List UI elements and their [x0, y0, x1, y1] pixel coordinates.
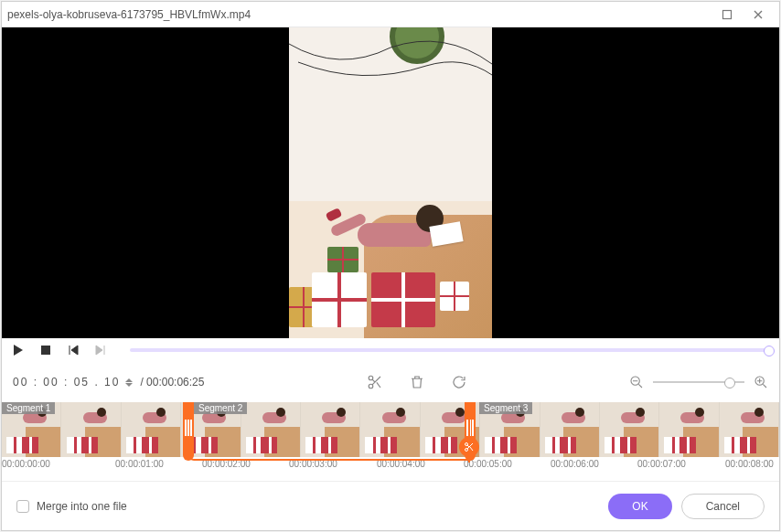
- thumbnail: [301, 402, 360, 457]
- ok-button[interactable]: OK: [608, 494, 671, 519]
- split-button[interactable]: [459, 437, 479, 457]
- edit-tools: [209, 374, 624, 390]
- tick-label: 00:00:06:00: [551, 459, 599, 469]
- checkbox-box: [16, 500, 29, 513]
- titlebar: pexels-olya-kobruseva-6173795_HBVLfmWx.m…: [2, 2, 779, 27]
- svg-rect-1: [41, 346, 50, 355]
- spin-down-icon[interactable]: [125, 383, 133, 387]
- progress-bar[interactable]: [130, 348, 770, 352]
- filmstrip: [2, 402, 779, 457]
- video-frame: [289, 27, 492, 338]
- thumbnail: [659, 402, 719, 457]
- tick-label: 00:00:02:00: [202, 459, 251, 469]
- close-button[interactable]: [743, 5, 774, 24]
- tick-label: 00:00:04:00: [377, 459, 425, 469]
- zoom-controls: [629, 375, 768, 389]
- duration-label: / 00:00:06:25: [140, 376, 204, 388]
- playback-controls: [2, 338, 779, 362]
- segment-label: Segment 3: [479, 402, 532, 414]
- thumbnail: [600, 402, 659, 457]
- string-lights: [289, 37, 492, 91]
- merge-checkbox[interactable]: Merge into one file: [16, 500, 127, 513]
- zoom-in-icon[interactable]: [754, 375, 768, 389]
- timeline[interactable]: Segment 1 Segment 2 Segment 3 00:00:00:0…: [2, 402, 779, 481]
- gift: [371, 272, 435, 327]
- timeline-ruler: 00:00:00:00 00:00:01:00 00:00:02:00 00:0…: [2, 459, 779, 479]
- thumbnail: [61, 402, 121, 457]
- tick-label: 00:00:07:00: [637, 459, 686, 469]
- svg-rect-0: [723, 10, 732, 18]
- zoom-slider[interactable]: [653, 381, 744, 383]
- zoom-out-icon[interactable]: [629, 375, 644, 389]
- scissors-icon[interactable]: [367, 374, 383, 390]
- merge-label: Merge into one file: [37, 500, 127, 513]
- thumbnail: [122, 402, 181, 457]
- time-spinner[interactable]: [125, 378, 133, 387]
- delete-icon[interactable]: [409, 374, 425, 390]
- gift: [312, 272, 367, 327]
- tick-label: 00:00:00:00: [2, 459, 50, 469]
- trim-window: pexels-olya-kobruseva-6173795_HBVLfmWx.m…: [1, 1, 780, 531]
- spin-up-icon[interactable]: [125, 378, 133, 382]
- trim-handle-start[interactable]: [183, 402, 194, 461]
- thumbnail: [360, 402, 420, 457]
- video-preview: [2, 27, 779, 338]
- segment-label: Segment 2: [194, 402, 247, 414]
- rotate-icon[interactable]: [451, 374, 467, 390]
- thumbnail: [540, 402, 600, 457]
- footer: Merge into one file OK Cancel: [2, 481, 779, 530]
- cancel-button[interactable]: Cancel: [681, 494, 765, 519]
- tick-label: 00:00:03:00: [289, 459, 337, 469]
- tick-label: 00:00:01:00: [115, 459, 164, 469]
- maximize-button[interactable]: [711, 5, 743, 24]
- gift: [327, 247, 358, 272]
- next-frame-button[interactable]: [93, 343, 108, 357]
- segment-label: Segment 1: [2, 402, 55, 414]
- play-button[interactable]: [11, 343, 26, 357]
- current-time-input[interactable]: 00 : 00 : 05 . 10: [13, 376, 120, 388]
- window-title: pexels-olya-kobruseva-6173795_HBVLfmWx.m…: [7, 8, 711, 21]
- gift: [440, 282, 469, 311]
- thumbnail: [720, 402, 779, 457]
- time-row: 00 : 00 : 05 . 10 / 00:00:06:25: [2, 367, 779, 397]
- prev-frame-button[interactable]: [66, 343, 80, 357]
- thumbnail: [241, 402, 301, 457]
- tick-label: 00:00:08:00: [725, 459, 774, 469]
- stop-button[interactable]: [38, 343, 53, 357]
